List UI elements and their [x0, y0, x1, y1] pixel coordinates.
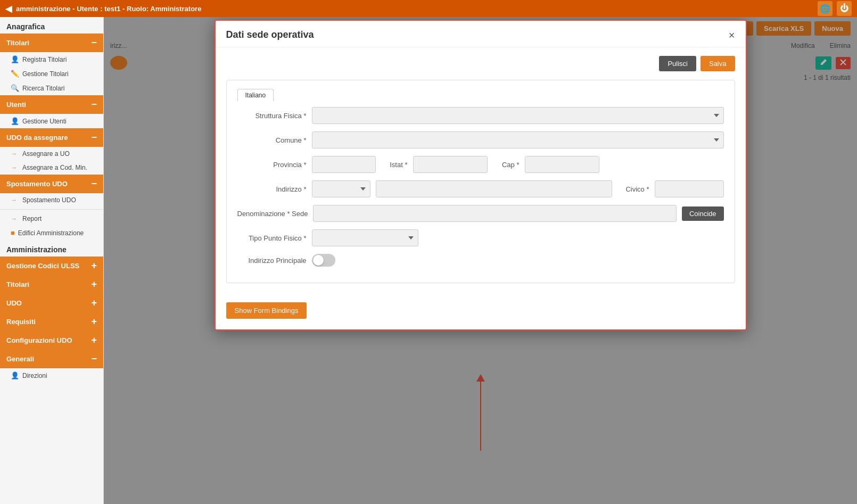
- denominazione-input[interactable]: [313, 205, 676, 222]
- sidebar-group-generali[interactable]: Generali −: [0, 350, 103, 368]
- sidebar-item-label: Gestione Utenti: [22, 118, 67, 125]
- sidebar-group-requisiti[interactable]: Requisiti +: [0, 312, 103, 331]
- sidebar-group-titolari2[interactable]: Titolari +: [0, 275, 103, 294]
- expand-icon: +: [91, 298, 97, 309]
- struttura-fisica-label: Struttura Fisica *: [237, 112, 307, 120]
- pulisci-button[interactable]: Pulisci: [659, 56, 696, 71]
- content-area: Filtro Scarica XLS Nuova irizz... Modifi…: [104, 17, 857, 504]
- expand-icon: +: [91, 260, 97, 271]
- building-icon: ■: [11, 229, 15, 237]
- cap-label: Cap *: [493, 161, 520, 169]
- modal-body: Pulisci Salva Italiano Struttura Fisica …: [216, 47, 746, 292]
- indirizzo-row: Indirizzo * Civico *: [237, 180, 724, 197]
- struttura-fisica-select[interactable]: [312, 107, 724, 124]
- sidebar-group-udo2[interactable]: UDO +: [0, 294, 103, 312]
- app-title: amministrazione - Utente : test1 - Ruolo…: [16, 5, 201, 13]
- sidebar-group-utenti[interactable]: Utenti −: [0, 95, 103, 114]
- indirizzo-label: Indirizzo *: [237, 185, 307, 193]
- sidebar-group-label: Titolari: [6, 280, 29, 288]
- form-card: Italiano Struttura Fisica * Comune *: [226, 80, 735, 283]
- expand-icon: +: [91, 316, 97, 327]
- sidebar-item-label: Assegnare a UO: [22, 150, 70, 158]
- indirizzo-input[interactable]: [376, 180, 612, 197]
- sidebar-group-udo-assegnare-label: UDO da assegnare: [6, 134, 68, 142]
- sidebar-group-label: Generali: [6, 355, 34, 363]
- main-layout: Anagrafica Titolari − 👤 Registra Titolar…: [0, 17, 857, 504]
- indirizzo-principale-label: Indirizzo Principale: [237, 257, 307, 265]
- user-icon: 👤: [11, 117, 19, 125]
- sidebar-item-assegnare-uo[interactable]: → Assegnare a UO: [0, 147, 103, 161]
- power-icon[interactable]: ⏻: [837, 1, 852, 16]
- divider: [0, 209, 103, 210]
- tipo-punto-fisico-label: Tipo Punto Fisico *: [237, 234, 307, 242]
- sidebar-item-report[interactable]: → Report: [0, 212, 103, 226]
- salva-button[interactable]: Salva: [701, 56, 735, 71]
- denominazione-row: Denominazione * Sede Coincide: [237, 205, 724, 222]
- sidebar-group-gestione-codici[interactable]: Gestione Codici ULSS +: [0, 257, 103, 275]
- modal-footer: Show Form Bindings: [216, 292, 746, 329]
- sidebar-item-label: Registra Titolari: [22, 56, 67, 63]
- sidebar-group-label: Gestione Codici ULSS: [6, 262, 79, 270]
- toggle-track[interactable]: [312, 254, 335, 267]
- collapse-udo-icon: −: [91, 132, 97, 143]
- lang-tab-italiano[interactable]: Italiano: [237, 89, 274, 101]
- amministrazione-title: Amministrazione: [0, 240, 103, 257]
- modal-header: Dati sede operativa ×: [216, 21, 746, 47]
- tipo-punto-fisico-row: Tipo Punto Fisico *: [237, 229, 724, 246]
- sidebar-item-direzioni[interactable]: 👤 Direzioni: [0, 368, 103, 383]
- arrow-icon: →: [11, 215, 17, 222]
- user-icon: 👤: [11, 371, 19, 379]
- sidebar-item-label: Direzioni: [22, 372, 47, 379]
- provincia-input[interactable]: [312, 156, 376, 173]
- sidebar-group-titolari[interactable]: Titolari −: [0, 34, 103, 52]
- sidebar-item-label: Gestione Titolari: [22, 70, 69, 78]
- comune-row: Comune *: [237, 131, 724, 148]
- denominazione-label: Denominazione * Sede: [237, 210, 308, 218]
- expand-icon: +: [91, 335, 97, 346]
- expand-icon: +: [91, 279, 97, 290]
- sidebar-item-label: Ricerca Titolari: [22, 85, 64, 92]
- indirizzo-type-select[interactable]: [312, 180, 370, 197]
- modal-close-button[interactable]: ×: [729, 30, 735, 40]
- collapse-titolari-icon: −: [91, 37, 97, 48]
- provincia-label: Provincia *: [237, 161, 307, 169]
- top-bar-actions: 🌐 ⏻: [818, 1, 852, 16]
- back-arrow-icon[interactable]: ◀: [5, 4, 12, 14]
- modal-dialog: Dati sede operativa × Pulisci Salva Ital: [215, 20, 747, 331]
- user-icon: 👤: [11, 55, 19, 63]
- arrow-icon: →: [11, 196, 17, 204]
- sidebar-item-label: Edifici Amministrazione: [18, 229, 84, 237]
- sidebar-group-spostamento-label: Spostamento UDO: [6, 180, 68, 188]
- tipo-punto-fisico-select[interactable]: [312, 229, 418, 246]
- sidebar-group-label: UDO: [6, 299, 22, 307]
- comune-label: Comune *: [237, 136, 307, 144]
- civico-input[interactable]: [655, 180, 724, 197]
- collapse-utenti-icon: −: [91, 99, 97, 110]
- toggle-knob: [313, 255, 324, 266]
- sidebar-item-gestione-utenti[interactable]: 👤 Gestione Utenti: [0, 114, 103, 128]
- sidebar-group-spostamento-udo[interactable]: Spostamento UDO −: [0, 175, 103, 193]
- cap-input[interactable]: [525, 156, 599, 173]
- istat-input[interactable]: [413, 156, 488, 173]
- sidebar-group-utenti-label: Utenti: [6, 101, 26, 109]
- sidebar-item-spostamento-udo[interactable]: → Spostamento UDO: [0, 193, 103, 207]
- collapse-spostamento-icon: −: [91, 178, 97, 189]
- sidebar-group-configurazioni[interactable]: Configurazioni UDO +: [0, 331, 103, 350]
- sidebar-item-assegnare-cod-min[interactable]: → Assegnare a Cod. Min.: [0, 161, 103, 175]
- sidebar: Anagrafica Titolari − 👤 Registra Titolar…: [0, 17, 104, 504]
- sidebar-group-udo-assegnare[interactable]: UDO da assegnare −: [0, 128, 103, 147]
- show-form-bindings-button[interactable]: Show Form Bindings: [226, 302, 307, 319]
- sidebar-item-label: Spostamento UDO: [22, 196, 76, 204]
- comune-select[interactable]: [312, 131, 724, 148]
- globe-icon[interactable]: 🌐: [818, 1, 833, 16]
- sidebar-item-gestione-titolari[interactable]: ✏️ Gestione Titolari: [0, 67, 103, 81]
- modal-overlay: Dati sede operativa × Pulisci Salva Ital: [104, 17, 857, 504]
- top-bar: ◀ amministrazione - Utente : test1 - Ruo…: [0, 0, 857, 17]
- collapse-generali-icon: −: [91, 353, 97, 365]
- sidebar-item-registra-titolari[interactable]: 👤 Registra Titolari: [0, 52, 103, 67]
- sidebar-item-ricerca-titolari[interactable]: 🔍 Ricerca Titolari: [0, 81, 103, 95]
- sidebar-item-edifici[interactable]: ■ Edifici Amministrazione: [0, 226, 103, 240]
- lang-tab-container: Italiano: [237, 89, 724, 101]
- coincide-button[interactable]: Coincide: [682, 206, 724, 221]
- indirizzo-principale-toggle[interactable]: [312, 254, 335, 267]
